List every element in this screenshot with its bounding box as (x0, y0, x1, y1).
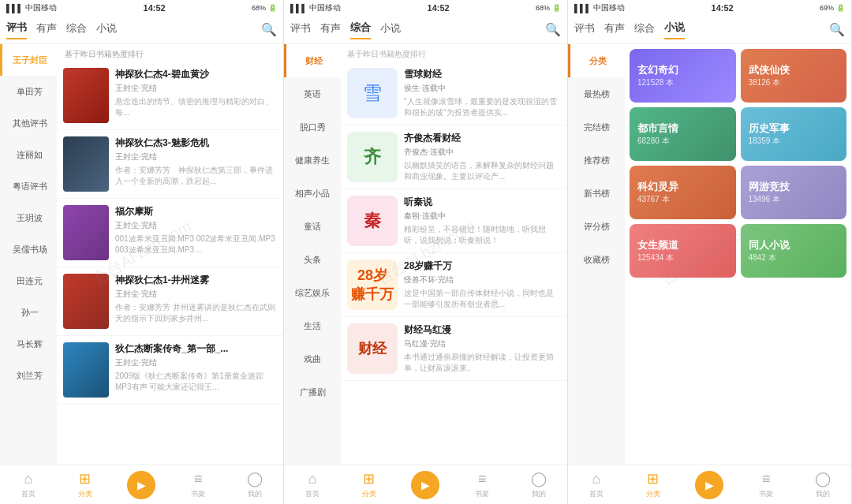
p2-book-4[interactable]: 28岁赚千万 28岁赚千万 怪兽不坏·完结 这是中国第一部自传体财经小说，同时也… (341, 253, 567, 317)
p2-cat-zongyi[interactable]: 综艺娱乐 (284, 276, 341, 309)
tab-pingsu-2[interactable]: 评书 (290, 21, 311, 39)
sidebar-item-wurushuchang[interactable]: 吴儒书场 (0, 233, 57, 265)
nav-shelf-3[interactable]: ≡ 书架 (738, 471, 794, 499)
p2-cat-tuokouxiu[interactable]: 脱口秀 (284, 110, 341, 144)
search-icon-1[interactable]: 🔍 (261, 22, 277, 37)
nav-mine-label-2: 我的 (532, 489, 546, 499)
home-icon-2: ⌂ (308, 471, 316, 487)
play-button-3[interactable]: ▶ (695, 471, 723, 499)
p3-cat-shoucang[interactable]: 收藏榜 (568, 243, 625, 276)
nav-mine-1[interactable]: ◯ 我的 (226, 470, 283, 499)
sidebar-item-wangzifengchen[interactable]: 王子封臣 (0, 44, 57, 76)
book-item-3[interactable]: 福尔摩斯 王封尘·完结 001波希米亚丑闻.MP3 002波希米亚丑闻.MP3 … (57, 199, 283, 267)
tab-pingsu[interactable]: 评书 (6, 21, 27, 39)
grid-card-lishi[interactable]: 历史军事 18359 本 (741, 107, 847, 161)
nav-play-2[interactable]: ▶ (398, 471, 454, 499)
p2-cat-xiqu[interactable]: 戏曲 (284, 342, 341, 375)
category-icon-1: ⊞ (79, 470, 91, 487)
sidebar-item-wangyuebo[interactable]: 王玥波 (0, 202, 57, 233)
p3-cat-fenlei[interactable]: 分类 (568, 44, 625, 77)
tab-zonghe-2[interactable]: 综合 (350, 21, 371, 39)
book-item-5[interactable]: 狄仁杰断案传奇_第一部_... 王封尘·完结 2009版《狄仁杰断案传奇》第1册… (57, 336, 283, 405)
p2-cat-shenghuo[interactable]: 生活 (284, 309, 341, 342)
p3-cat-zuire[interactable]: 最热榜 (568, 77, 625, 110)
sidebar-item-qitapingshu[interactable]: 其他评书 (0, 107, 57, 139)
nav-home-2[interactable]: ⌂ 首页 (284, 471, 341, 499)
book-item-1[interactable]: 神探狄仁杰4-碧血黄沙 王封尘·完结 悬念迭出的情节、缜密的推理与精彩的对白、每… (57, 62, 283, 130)
time-1: 14:52 (144, 3, 166, 13)
tab-yousheng-2[interactable]: 有声 (320, 21, 341, 39)
search-icon-3[interactable]: 🔍 (829, 22, 845, 37)
sidebar-item-tianlianyuan[interactable]: 田连元 (0, 265, 57, 297)
play-button-2[interactable]: ▶ (411, 471, 439, 499)
p3-cat-xinshu[interactable]: 新书榜 (568, 177, 625, 210)
p2-book-3[interactable]: 秦 听秦说 秦朔·连载中 精彩纷呈，不容错过！随时随地，听我想听，说我想说；听秦… (341, 189, 567, 253)
grid-card-kehuan[interactable]: 科幻灵异 43767 本 (630, 166, 736, 219)
search-icon-2[interactable]: 🔍 (545, 22, 561, 37)
p2-cat-caijing[interactable]: 财经 (284, 44, 341, 77)
mine-icon-1: ◯ (247, 470, 263, 487)
nav-play-1[interactable]: ▶ (114, 471, 170, 499)
p3-category-panel: 分类 最热榜 完结榜 推荐榜 新书榜 评分榜 收藏榜 (568, 44, 625, 465)
book-item-2[interactable]: 神探狄仁杰3-魅影危机 王封尘·完结 作者：安娜芳芳 神探狄仁杰第三部，事件进入… (57, 130, 283, 199)
nav-home-label-2: 首页 (305, 489, 320, 499)
nav-category-1[interactable]: ⊞ 分类 (57, 470, 114, 499)
p2-cat-xiangsheng[interactable]: 相声小品 (284, 177, 341, 210)
home-icon-1: ⌂ (24, 471, 32, 487)
panel-xiaoshuo: ▌▌▌ 中国移动 14:52 69% 🔋 评书 有声 综合 小说 🔍 分类 最热… (568, 0, 852, 504)
nav-home-3[interactable]: ⌂ 首页 (568, 471, 625, 499)
sidebar-item-machanghui[interactable]: 马长辉 (0, 328, 57, 360)
p2-cat-jiankang[interactable]: 健康养生 (284, 144, 341, 177)
tab-xiaoshuo-1[interactable]: 小说 (96, 21, 117, 39)
tab-yousheng-3[interactable]: 有声 (604, 21, 625, 39)
p3-cat-pingfen[interactable]: 评分榜 (568, 210, 625, 243)
tab-zonghe-3[interactable]: 综合 (634, 21, 655, 39)
nav-mine-2[interactable]: ◯ 我的 (510, 470, 567, 499)
tab-yousheng-1[interactable]: 有声 (36, 21, 57, 39)
nav-shelf-label-2: 书架 (475, 489, 489, 499)
nav-mine-3[interactable]: ◯ 我的 (794, 470, 851, 499)
nav-shelf-2[interactable]: ≡ 书架 (454, 471, 510, 499)
p3-grid: 玄幻奇幻 121528 本 武侠仙侠 38126 本 都市言情 68280 本 … (630, 49, 846, 278)
p2-book-5[interactable]: 财经 财经马红漫 马红漫·完结 本书通过通俗易懂的财经解读，让投资更简单，让财富… (341, 317, 567, 381)
grid-card-wangyou[interactable]: 网游竞技 13496 本 (741, 166, 847, 219)
grid-card-wuxia[interactable]: 武侠仙侠 38126 本 (741, 49, 847, 103)
sidebar-item-sunyi[interactable]: 孙一 (0, 297, 57, 328)
book-title-3: 福尔摩斯 (115, 205, 277, 218)
p2-book-2[interactable]: 齐 齐俊杰看财经 齐俊杰·连载中 以幽默搞笑的语言，来解释复杂的财经问题和商业现… (341, 125, 567, 189)
bottom-nav-3: ⌂ 首页 ⊞ 分类 ▶ ≡ 书架 ◯ 我的 (568, 465, 851, 504)
p2-cat-guangboju[interactable]: 广播剧 (284, 375, 341, 409)
panel-zonghe: ▌▌▌ 中国移动 14:52 68% 🔋 评书 有声 综合 小说 🔍 财经 英语… (284, 0, 568, 504)
p2-cat-toutiao[interactable]: 头条 (284, 243, 341, 276)
tab-pingsu-3[interactable]: 评书 (574, 21, 595, 39)
p2-cat-tonghua[interactable]: 童话 (284, 210, 341, 243)
p3-cat-tuijian[interactable]: 推荐榜 (568, 144, 625, 177)
grid-card-dushi[interactable]: 都市言情 68280 本 (630, 107, 736, 161)
p2-book-1[interactable]: 雪球财经 侯生·连载中 "人生就像滚雪球，最重要的是发现很湿的雪和很长的坡"为投… (341, 62, 567, 125)
nav-category-2[interactable]: ⊞ 分类 (341, 470, 398, 499)
p2-cat-yingyu[interactable]: 英语 (284, 77, 341, 110)
tab-xiaoshuo-3[interactable]: 小说 (664, 21, 685, 39)
grid-card-tongren[interactable]: 同人小说 4842 本 (741, 224, 847, 278)
play-button-1[interactable]: ▶ (127, 471, 155, 499)
nav-home-1[interactable]: ⌂ 首页 (0, 471, 57, 499)
nav-play-3[interactable]: ▶ (682, 471, 738, 499)
sidebar-item-lianlike[interactable]: 连丽如 (0, 139, 57, 170)
p1-book-list: 基于昨日书籍热度排行 神探狄仁杰4-碧血黄沙 王封尘·完结 悬念迭出的情节、缜密… (57, 44, 283, 465)
status-bar-1: ▌▌▌ 中国移动 14:52 68% 🔋 (0, 0, 283, 16)
nav-category-3[interactable]: ⊞ 分类 (625, 470, 682, 499)
book-item-4[interactable]: 神探狄仁杰1-井州迷雾 王封尘·完结 作者：安娜芳芳 井州迷雾讲的是狄仁杰在武则… (57, 267, 283, 336)
grid-card-xuanhuanqihuan[interactable]: 玄幻奇幻 121528 本 (630, 49, 736, 103)
nav-shelf-1[interactable]: ≡ 书架 (170, 471, 226, 499)
section-hint-1: 基于昨日书籍热度排行 (57, 44, 283, 62)
p3-cat-wanjie[interactable]: 完结榜 (568, 110, 625, 144)
mine-icon-3: ◯ (815, 470, 831, 487)
sidebar-item-liulanfang[interactable]: 刘兰芳 (0, 360, 57, 391)
grid-card-nvsheng[interactable]: 女生频道 125434 本 (630, 224, 736, 278)
tab-zonghe-1[interactable]: 综合 (66, 21, 87, 39)
nav-mine-label-3: 我的 (816, 489, 830, 499)
sidebar-item-yueyupingshu[interactable]: 粤语评书 (0, 170, 57, 202)
book-author-2: 王封尘·完结 (115, 151, 277, 162)
tab-xiaoshuo-2[interactable]: 小说 (380, 21, 401, 39)
sidebar-item-shantianfang[interactable]: 单田芳 (0, 76, 57, 107)
